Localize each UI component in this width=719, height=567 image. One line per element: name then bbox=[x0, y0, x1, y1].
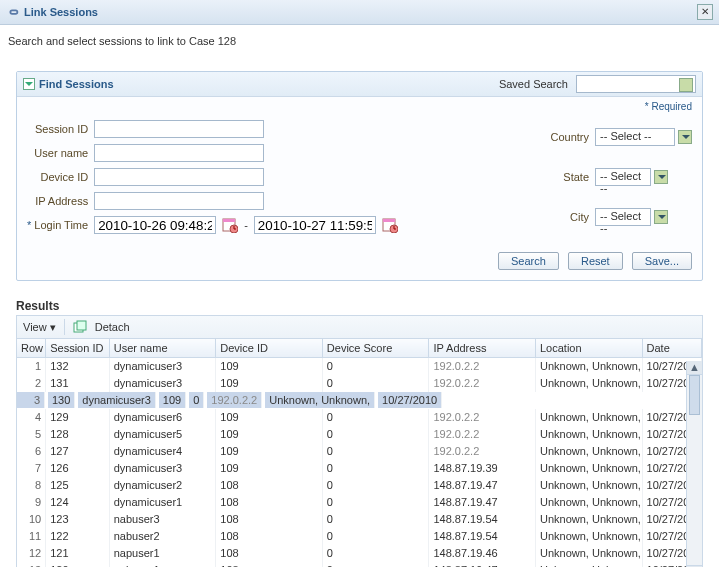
col-header-session-id[interactable]: Session ID bbox=[46, 339, 110, 358]
view-menu[interactable]: View ▾ bbox=[23, 321, 56, 334]
link-icon bbox=[6, 5, 20, 19]
cell-row: 4 bbox=[17, 409, 46, 426]
cell-device-score: 0 bbox=[322, 443, 429, 460]
cell-device-score: 0 bbox=[322, 494, 429, 511]
cell-ip-address: 148.87.19.47 bbox=[429, 477, 536, 494]
login-time-label: Login Time bbox=[27, 219, 88, 231]
cell-row: 13 bbox=[17, 562, 46, 568]
column-header-row: Row Session ID User name Device ID Devic… bbox=[17, 339, 702, 358]
scroll-up-icon[interactable]: ▲ bbox=[687, 361, 702, 375]
cell-device-score: 0 bbox=[322, 358, 429, 375]
cell-row: 3 bbox=[17, 392, 45, 408]
cell-location: Unknown, Unknown, bbox=[265, 392, 375, 408]
device-id-input[interactable] bbox=[94, 168, 264, 186]
search-button[interactable]: Search bbox=[498, 252, 559, 270]
calendar-from-icon[interactable] bbox=[222, 217, 238, 233]
cell-user-name: nabuser3 bbox=[109, 511, 216, 528]
cell-device-id: 109 bbox=[216, 460, 323, 477]
cell-user-name: dynamicuser5 bbox=[109, 426, 216, 443]
table-row[interactable]: 7126dynamicuser31090148.87.19.39Unknown,… bbox=[17, 460, 702, 477]
cell-device-id: 109 bbox=[159, 392, 186, 408]
cell-ip-address: 148.87.19.47 bbox=[429, 562, 536, 568]
city-select[interactable]: -- Select -- bbox=[595, 208, 651, 226]
table-row[interactable]: 1132dynamicuser31090192.0.2.2Unknown, Un… bbox=[17, 358, 702, 375]
instruction-text: Search and select sessions to link to Ca… bbox=[0, 25, 719, 71]
col-header-date[interactable]: Date bbox=[642, 339, 701, 358]
table-row[interactable]: 9124dynamicuser11080148.87.19.47Unknown,… bbox=[17, 494, 702, 511]
user-name-label: User name bbox=[27, 147, 88, 159]
cell-session-id: 122 bbox=[46, 528, 110, 545]
collapse-toggle-icon[interactable] bbox=[23, 78, 35, 90]
panel-header: Find Sessions Saved Search bbox=[17, 72, 702, 97]
cell-location: Unknown, Unknown, bbox=[535, 477, 642, 494]
table-row[interactable]: 8125dynamicuser21080148.87.19.47Unknown,… bbox=[17, 477, 702, 494]
cell-device-score: 0 bbox=[322, 528, 429, 545]
detach-icon[interactable] bbox=[73, 320, 87, 334]
table-row[interactable]: 10123nabuser31080148.87.19.54Unknown, Un… bbox=[17, 511, 702, 528]
table-row[interactable]: 2131dynamicuser31090192.0.2.2Unknown, Un… bbox=[17, 375, 702, 392]
col-header-user-name[interactable]: User name bbox=[109, 339, 216, 358]
table-row[interactable]: 11122nabuser21080148.87.19.54Unknown, Un… bbox=[17, 528, 702, 545]
panel-title: Find Sessions bbox=[39, 78, 114, 90]
cell-device-id: 109 bbox=[216, 426, 323, 443]
session-id-label: Session ID bbox=[27, 123, 88, 135]
close-button[interactable]: ✕ bbox=[697, 4, 713, 20]
state-select[interactable]: -- Select -- bbox=[595, 168, 651, 186]
cell-location: Unknown, Unknown, bbox=[535, 545, 642, 562]
vertical-scrollbar[interactable]: ▲ ▼ bbox=[686, 361, 702, 567]
saved-search-select[interactable] bbox=[576, 75, 696, 93]
login-time-to-input[interactable] bbox=[254, 216, 376, 234]
chevron-down-icon[interactable] bbox=[678, 130, 692, 144]
cell-ip-address: 192.0.2.2 bbox=[429, 409, 536, 426]
cell-session-id: 126 bbox=[46, 460, 110, 477]
table-row[interactable]: 12121napuser11080148.87.19.46Unknown, Un… bbox=[17, 545, 702, 562]
cell-device-id: 109 bbox=[216, 358, 323, 375]
cell-user-name: dynamicuser3 bbox=[109, 375, 216, 392]
results-heading: Results bbox=[16, 299, 703, 313]
table-row[interactable]: 6127dynamicuser41090192.0.2.2Unknown, Un… bbox=[17, 443, 702, 460]
col-header-device-id[interactable]: Device ID bbox=[216, 339, 323, 358]
cell-device-id: 109 bbox=[216, 443, 323, 460]
chevron-down-icon[interactable] bbox=[654, 170, 668, 184]
cell-row: 8 bbox=[17, 477, 46, 494]
calendar-to-icon[interactable] bbox=[382, 217, 398, 233]
cell-location: Unknown, Unknown, bbox=[535, 358, 642, 375]
scroll-thumb[interactable] bbox=[689, 375, 700, 415]
reset-button[interactable]: Reset bbox=[568, 252, 623, 270]
table-row[interactable]: 5128dynamicuser51090192.0.2.2Unknown, Un… bbox=[17, 426, 702, 443]
cell-row: 12 bbox=[17, 545, 46, 562]
dialog-titlebar: Link Sessions ✕ bbox=[0, 0, 719, 25]
chevron-down-icon[interactable] bbox=[654, 210, 668, 224]
login-time-from-input[interactable] bbox=[94, 216, 216, 234]
cell-device-id: 108 bbox=[216, 562, 323, 568]
country-select[interactable]: -- Select -- bbox=[595, 128, 675, 146]
cell-session-id: 130 bbox=[48, 392, 75, 408]
cell-ip-address: 148.87.19.39 bbox=[429, 460, 536, 477]
table-row[interactable]: 13120nabuser11080148.87.19.47Unknown, Un… bbox=[17, 562, 702, 568]
table-row[interactable]: 3130dynamicuser31090192.0.2.2Unknown, Un… bbox=[17, 392, 442, 409]
col-header-row[interactable]: Row bbox=[17, 339, 46, 358]
user-name-input[interactable] bbox=[94, 144, 264, 162]
cell-device-id: 109 bbox=[216, 375, 323, 392]
save-button[interactable]: Save... bbox=[632, 252, 692, 270]
col-header-location[interactable]: Location bbox=[535, 339, 642, 358]
detach-button[interactable]: Detach bbox=[95, 321, 130, 333]
country-label: Country bbox=[550, 131, 589, 143]
cell-session-id: 123 bbox=[46, 511, 110, 528]
cell-row: 10 bbox=[17, 511, 46, 528]
cell-device-score: 0 bbox=[322, 477, 429, 494]
chevron-down-icon: ▾ bbox=[50, 321, 56, 333]
col-header-device-score[interactable]: Device Score bbox=[322, 339, 429, 358]
ip-address-input[interactable] bbox=[94, 192, 264, 210]
session-id-input[interactable] bbox=[94, 120, 264, 138]
cell-location: Unknown, Unknown, bbox=[535, 409, 642, 426]
cell-session-id: 128 bbox=[46, 426, 110, 443]
cell-device-score: 0 bbox=[322, 460, 429, 477]
cell-row: 9 bbox=[17, 494, 46, 511]
col-header-ip-address[interactable]: IP Address bbox=[429, 339, 536, 358]
table-row[interactable]: 4129dynamicuser61090192.0.2.2Unknown, Un… bbox=[17, 409, 702, 426]
cell-user-name: dynamicuser6 bbox=[109, 409, 216, 426]
cell-device-score: 0 bbox=[189, 392, 204, 408]
results-grid: Row Session ID User name Device ID Devic… bbox=[16, 338, 703, 567]
cell-row: 1 bbox=[17, 358, 46, 375]
